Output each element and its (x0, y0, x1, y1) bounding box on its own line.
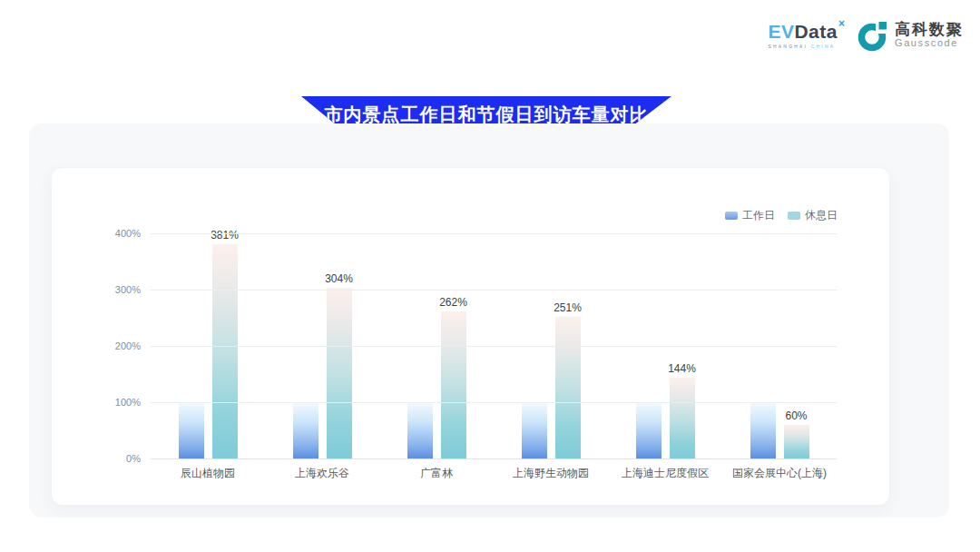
x-axis-label: 辰山植物园 (151, 466, 265, 481)
gausscode-g-icon (858, 18, 890, 53)
legend-label-workday: 工作日 (742, 208, 775, 223)
gridline (151, 290, 837, 291)
evdata-logo-x-icon: × (838, 18, 845, 29)
y-tick-label: 300% (115, 284, 141, 295)
bar-工作日-辰山植物园 (179, 402, 204, 458)
gausscode-name-cn: 高科数聚 (895, 22, 964, 38)
x-axis-label: 广富林 (379, 466, 494, 481)
chart-legend: 工作日 休息日 (725, 208, 838, 223)
legend-item-workday[interactable]: 工作日 (725, 208, 775, 223)
plot-area: 381%304%262%251%144%60% (151, 233, 837, 458)
bar-休息日-辰山植物园: 381% (212, 244, 238, 458)
y-tick-label: 0% (126, 453, 141, 464)
bar-工作日-上海欢乐谷 (293, 402, 318, 458)
bar-工作日-广富林 (407, 402, 433, 458)
x-axis-label: 国家会展中心(上海) (722, 466, 837, 481)
bar-value-label: 381% (211, 229, 239, 242)
bar-休息日-上海欢乐谷: 304% (327, 288, 352, 458)
gridline (151, 233, 837, 234)
evdata-logo-ev: EV (768, 22, 794, 41)
gridline (151, 346, 837, 347)
gridline (151, 402, 837, 403)
chart-panel: 工作日 休息日 400%300%200%100%0% 381%304%262%2… (29, 123, 949, 518)
bar-休息日-上海野生动物园: 251% (555, 317, 581, 458)
bar-工作日-上海迪士尼度假区 (636, 402, 662, 458)
gausscode-logo: 高科数聚 Gausscode (858, 18, 964, 53)
page: EV Data × SHANGHAI CHINA 高科数聚 Gausscode … (0, 0, 980, 552)
evdata-logo-data: Data (794, 22, 838, 41)
y-axis: 400%300%200%100%0% (103, 233, 146, 458)
gridline (151, 458, 837, 459)
bar-value-label: 144% (668, 362, 696, 375)
x-axis-label: 上海迪士尼度假区 (608, 466, 722, 481)
x-axis-label: 上海野生动物园 (494, 466, 608, 481)
header-logos: EV Data × SHANGHAI CHINA 高科数聚 Gausscode (768, 18, 964, 53)
bar-休息日-国家会展中心(上海): 60% (784, 425, 809, 458)
y-tick-label: 200% (115, 340, 141, 351)
evdata-logo-subtext: SHANGHAI CHINA (768, 44, 845, 49)
gausscode-name-en: Gausscode (895, 38, 964, 49)
y-tick-label: 400% (115, 228, 141, 239)
bar-value-label: 304% (325, 272, 353, 285)
x-axis-labels: 辰山植物园上海欢乐谷广富林上海野生动物园上海迪士尼度假区国家会展中心(上海) (151, 466, 837, 481)
bar-休息日-上海迪士尼度假区: 144% (670, 378, 695, 458)
x-axis-label: 上海欢乐谷 (265, 466, 379, 481)
bar-value-label: 60% (785, 409, 807, 422)
bar-工作日-国家会展中心(上海) (750, 402, 776, 458)
bar-value-label: 262% (439, 296, 467, 309)
bar-休息日-广富林: 262% (441, 311, 466, 458)
bar-工作日-上海野生动物园 (522, 402, 547, 458)
legend-swatch-restday-icon (788, 212, 800, 220)
y-tick-label: 100% (115, 397, 141, 408)
bar-value-label: 251% (554, 301, 582, 314)
chart-card: 工作日 休息日 400%300%200%100%0% 381%304%262%2… (52, 168, 889, 505)
legend-item-restday[interactable]: 休息日 (788, 208, 838, 223)
legend-label-restday: 休息日 (805, 208, 838, 223)
evdata-logo: EV Data × SHANGHAI CHINA (768, 22, 845, 49)
legend-swatch-workday-icon (725, 212, 738, 220)
